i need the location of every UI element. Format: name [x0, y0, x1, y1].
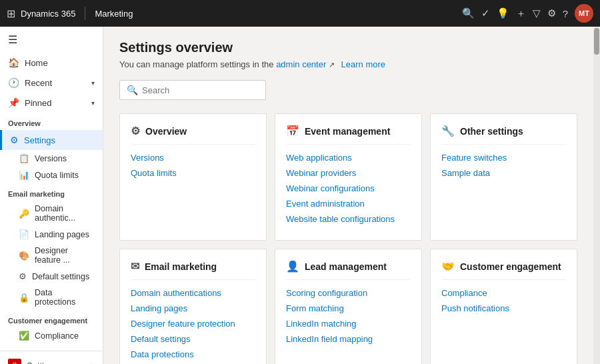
sidebar-item-domain-auth[interactable]: 🔑 Domain authentic... — [0, 201, 103, 226]
overview-section-label: Overview — [0, 113, 103, 130]
compliance-icon: ✅ — [19, 331, 29, 341]
chevron-down-icon-pinned: ▾ — [91, 99, 95, 107]
cards-grid: ⚙ Overview Versions Quota limits 📅 Event… — [119, 113, 577, 364]
sidebar-toggle[interactable]: ☰ — [0, 27, 103, 53]
sidebar-item-data-protections[interactable]: 🔒 Data protections — [0, 285, 103, 310]
email-card-icon: ✉ — [131, 260, 139, 273]
page-subtitle: You can manage platform settings in the … — [119, 59, 577, 69]
sidebar-item-default-settings[interactable]: ⚙ Default settings — [0, 268, 103, 285]
search-icon: 🔍 — [127, 85, 138, 95]
sidebar-item-settings[interactable]: ⚙ Settings — [0, 130, 103, 150]
settings-bottom-icon: S — [8, 359, 21, 364]
card-other-settings-header: 🔧 Other settings — [441, 125, 566, 145]
card-overview-title: Overview — [145, 126, 187, 137]
right-scrollbar[interactable] — [593, 27, 600, 364]
admin-center-link[interactable]: admin center — [276, 59, 326, 69]
card-email-marketing-header: ✉ Email marketing — [131, 260, 255, 280]
nav-icons: 🔍 ✓ 💡 ＋ ▽ ⚙ ? MT — [462, 4, 593, 23]
home-icon: 🏠 — [8, 57, 19, 68]
other-feature-switches-link[interactable]: Feature switches — [441, 153, 566, 163]
card-event-management: 📅 Event management Web applications Webi… — [275, 113, 422, 241]
filter-icon[interactable]: ▽ — [533, 7, 541, 19]
customer-push-notifications-link[interactable]: Push notifications — [441, 303, 566, 313]
event-web-apps-link[interactable]: Web applications — [286, 153, 411, 163]
event-webinar-configs-link[interactable]: Webinar configurations — [286, 183, 411, 193]
overview-versions-link[interactable]: Versions — [131, 153, 255, 163]
event-card-icon: 📅 — [286, 125, 299, 137]
sidebar-item-versions[interactable]: 📋 Versions — [0, 150, 103, 167]
sidebar-home-label: Home — [25, 58, 48, 68]
sidebar-item-recent[interactable]: 🕐 Recent ▾ — [0, 73, 103, 93]
card-overview: ⚙ Overview Versions Quota limits — [119, 113, 267, 241]
scrollbar-thumb — [594, 28, 599, 55]
sidebar-compliance-label: Compliance — [35, 331, 79, 341]
other-sample-data-link[interactable]: Sample data — [441, 168, 566, 178]
gear-icon[interactable]: ⚙ — [547, 7, 556, 19]
sidebar-designer-label: Designer feature ... — [35, 246, 95, 265]
sidebar-item-pinned[interactable]: 📌 Pinned ▾ — [0, 93, 103, 113]
sidebar-settings-bottom-label: Settings — [27, 361, 58, 365]
lead-form-matching-link[interactable]: Form matching — [286, 303, 411, 313]
card-customer-engagement-header: 🤝 Customer engagement — [441, 260, 566, 280]
help-icon[interactable]: ? — [563, 8, 568, 19]
email-designer-link[interactable]: Designer feature protection — [131, 319, 255, 329]
sidebar-default-label: Default settings — [32, 272, 89, 281]
card-lead-management-header: 👤 Lead management — [286, 260, 411, 280]
customer-engagement-section-label: Customer engagement — [0, 310, 103, 327]
sidebar-domain-label: Domain authentic... — [35, 204, 95, 223]
designer-icon: 🎨 — [19, 251, 29, 261]
customer-engagement-card-icon: 🤝 — [441, 260, 455, 273]
learn-more-link[interactable]: Learn more — [341, 59, 385, 69]
email-default-settings-link[interactable]: Default settings — [131, 334, 255, 344]
waffle-icon[interactable]: ⊞ — [7, 7, 15, 20]
lead-linkedin-matching-link[interactable]: LinkedIn matching — [286, 319, 411, 329]
event-website-table-link[interactable]: Website table configurations — [286, 214, 411, 224]
lead-card-icon: 👤 — [286, 260, 299, 273]
module-name: Marketing — [95, 9, 133, 19]
search-icon[interactable]: 🔍 — [462, 7, 475, 19]
lead-linkedin-field-link[interactable]: LinkedIn field mapping — [286, 334, 411, 344]
data-protect-icon: 🔒 — [19, 293, 29, 303]
default-icon: ⚙ — [19, 271, 27, 281]
sidebar-quota-label: Quota limits — [35, 171, 79, 180]
sidebar-item-quota-limits[interactable]: 📊 Quota limits — [0, 167, 103, 183]
card-customer-engagement: 🤝 Customer engagement Compliance Push no… — [430, 249, 577, 364]
event-webinar-providers-link[interactable]: Webinar providers — [286, 168, 411, 178]
nav-divider — [85, 7, 85, 20]
app-name[interactable]: Dynamics 365 — [21, 9, 75, 19]
landing-icon: 📄 — [19, 229, 29, 239]
main-content: Settings overview You can manage platfor… — [103, 27, 593, 364]
card-email-marketing: ✉ Email marketing Domain authentications… — [119, 249, 267, 364]
card-email-title: Email marketing — [145, 261, 217, 272]
sidebar-item-settings-bottom[interactable]: S Settings ◇ — [0, 354, 103, 364]
app-logo: Dynamics 365 — [21, 9, 75, 19]
lead-scoring-link[interactable]: Scoring configuration — [286, 288, 411, 298]
sidebar-data-protect-label: Data protections — [35, 288, 95, 307]
event-admin-link[interactable]: Event administration — [286, 199, 411, 209]
sidebar-item-compliance[interactable]: ✅ Compliance — [0, 327, 103, 344]
sidebar-recent-label: Recent — [25, 78, 52, 88]
card-lead-title: Lead management — [305, 261, 387, 272]
search-input[interactable] — [142, 85, 259, 95]
sidebar-item-landing-pages[interactable]: 📄 Landing pages — [0, 226, 103, 243]
customer-compliance-link[interactable]: Compliance — [441, 288, 566, 298]
email-domain-auth-link[interactable]: Domain authentications — [131, 288, 255, 298]
subtitle-text: You can manage platform settings in the — [119, 59, 274, 69]
sidebar-item-home[interactable]: 🏠 Home — [0, 53, 103, 73]
overview-quota-link[interactable]: Quota limits — [131, 168, 255, 178]
email-landing-pages-link[interactable]: Landing pages — [131, 303, 255, 313]
email-marketing-section-label: Email marketing — [0, 183, 103, 201]
info-icon[interactable]: 💡 — [497, 7, 509, 19]
email-data-protections-link[interactable]: Data protections — [131, 349, 255, 359]
sidebar-item-designer-feature[interactable]: 🎨 Designer feature ... — [0, 243, 103, 268]
sidebar: ☰ 🏠 Home 🕐 Recent ▾ 📌 Pinned ▾ Overview … — [0, 27, 103, 364]
domain-icon: 🔑 — [19, 209, 29, 219]
plus-icon[interactable]: ＋ — [516, 7, 526, 20]
recent-icon: 🕐 — [8, 77, 19, 88]
top-navigation: ⊞ Dynamics 365 Marketing 🔍 ✓ 💡 ＋ ▽ ⚙ ? M… — [0, 0, 600, 27]
external-link-icon: ↗ — [329, 61, 335, 69]
checkmark-icon[interactable]: ✓ — [481, 7, 490, 19]
search-box[interactable]: 🔍 — [119, 80, 266, 100]
avatar[interactable]: MT — [575, 4, 593, 23]
versions-icon: 📋 — [19, 153, 29, 163]
